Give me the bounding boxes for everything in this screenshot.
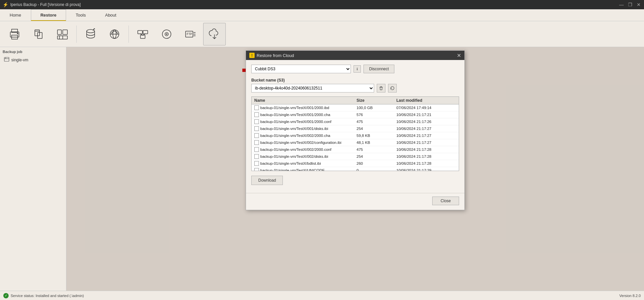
content: ! Restore from Cloud ✕ Cubbit DS3 i Disc… [66, 47, 644, 291]
dialog-body: Cubbit DS3 i Disconnect Bucket name (S3)… [246, 60, 464, 193]
cloud-info-button[interactable]: i [354, 65, 361, 73]
close-button[interactable]: ✕ [636, 2, 641, 7]
svg-point-3 [17, 33, 18, 34]
toolbar-print[interactable] [3, 23, 26, 45]
tab-tools[interactable]: Tools [66, 9, 95, 21]
file-row[interactable]: backup-01/single-vm/TestX/002/2000.conf … [252, 146, 459, 153]
file-row[interactable]: backup-01/single-vm/TestX/001/2000.conf … [252, 118, 459, 125]
actions-row: Download [251, 176, 459, 185]
sidebar: Backup job single-vm [0, 47, 66, 291]
svg-rect-17 [143, 30, 148, 34]
file-checkbox-7[interactable] [254, 154, 259, 159]
file-list-body[interactable]: backup-01/single-vm/TestX/001/2000.ibd 1… [252, 104, 459, 171]
svg-rect-5 [38, 32, 42, 38]
toolbar-backup[interactable] [51, 23, 74, 45]
dialog-close-button[interactable]: ✕ [457, 52, 461, 59]
toolbar-ftp[interactable]: FTP [179, 23, 202, 45]
maximize-button[interactable]: ❐ [627, 2, 633, 7]
titlebar-controls: — ❐ ✕ [619, 2, 641, 7]
file-row[interactable]: backup-01/single-vm/TestX/UNICODE 0 10/0… [252, 167, 459, 171]
bucket-select[interactable]: ib-desktop-4k4o40d-20240606132511 [251, 84, 374, 92]
col-modified: Last modified [396, 98, 456, 103]
status-left: ✓ Service status: Installed and started … [3, 293, 84, 298]
minimize-button[interactable]: — [619, 2, 624, 7]
file-checkbox-3[interactable] [254, 126, 259, 131]
file-row[interactable]: backup-01/single-vm/TestX/002/disks.ibi … [252, 153, 459, 160]
file-list-header: Name Size Last modified [252, 97, 459, 104]
file-row[interactable]: backup-01/single-vm/TestX/002/configurat… [252, 139, 459, 146]
col-name: Name [254, 98, 357, 103]
status-icon: ✓ [3, 293, 9, 298]
toolbar-disk[interactable] [155, 23, 178, 45]
menubar: Home Restore Tools About [0, 9, 644, 21]
svg-rect-4 [35, 30, 40, 36]
modal-overlay: ! Restore from Cloud ✕ Cubbit DS3 i Disc… [66, 47, 644, 291]
toolbar: FTP [0, 21, 644, 47]
toolbar-vmware[interactable] [103, 23, 126, 45]
titlebar-left: ⚡ Iperius Backup - Full [Versione di pro… [3, 2, 81, 7]
file-row[interactable]: backup-01/single-vm/TestX/001/disks.ibi … [252, 125, 459, 132]
close-dialog-button[interactable]: Close [432, 197, 459, 205]
toolbar-restore[interactable] [27, 23, 50, 45]
bucket-row: ib-desktop-4k4o40d-20240606132511 [251, 84, 459, 92]
delete-bucket-button[interactable] [377, 84, 385, 92]
file-checkbox-5[interactable] [254, 140, 259, 145]
file-checkbox-8[interactable] [254, 161, 259, 166]
file-row[interactable]: backup-01/single-vm/TestX/001/2000.ibd 1… [252, 104, 459, 111]
cloud-selector-row: Cubbit DS3 i Disconnect [251, 65, 459, 73]
svg-rect-8 [63, 30, 67, 34]
app-icon: ⚡ [3, 2, 8, 7]
file-checkbox-1[interactable] [254, 112, 259, 117]
cloud-provider-select[interactable]: Cubbit DS3 [251, 65, 351, 73]
tab-home[interactable]: Home [0, 9, 31, 21]
status-text: Service status: Installed and started (.… [11, 294, 84, 298]
file-checkbox-9[interactable] [254, 168, 259, 171]
dialog-title: Restore from Cloud [257, 53, 294, 58]
file-row[interactable]: backup-01/single-vm/TestX/bdlist.ibi 260… [252, 160, 459, 167]
job-icon [4, 57, 9, 63]
file-row[interactable]: backup-01/single-vm/TestX/002/2000.cha 5… [252, 132, 459, 139]
toolbar-network[interactable] [131, 23, 154, 45]
restore-from-cloud-dialog: ! Restore from Cloud ✕ Cubbit DS3 i Disc… [246, 50, 465, 210]
sidebar-item-label: single-vm [11, 58, 28, 62]
disconnect-button[interactable]: Disconnect [363, 65, 394, 73]
sidebar-title: Backup job [3, 50, 63, 54]
dialog-titlebar-left: ! Restore from Cloud [249, 53, 294, 58]
toolbar-cloud-download[interactable] [203, 23, 226, 45]
svg-rect-7 [57, 30, 61, 34]
statusbar: ✓ Service status: Installed and started … [0, 291, 644, 300]
tab-restore[interactable]: Restore [31, 9, 66, 21]
main: Backup job single-vm [0, 47, 644, 291]
titlebar: ⚡ Iperius Backup - Full [Versione di pro… [0, 0, 644, 9]
file-row[interactable]: backup-01/single-vm/TestX/001/2000.cha 5… [252, 111, 459, 118]
dialog-warning-icon: ! [249, 53, 255, 58]
svg-text:FTP: FTP [187, 32, 192, 36]
sidebar-item-single-vm[interactable]: single-vm [3, 56, 63, 64]
refresh-button[interactable] [388, 84, 397, 92]
toolbar-database[interactable] [79, 23, 102, 45]
bucket-label: Bucket name (S3) [251, 78, 459, 83]
dialog-footer: Close [246, 193, 464, 210]
file-checkbox-6[interactable] [254, 147, 259, 152]
file-checkbox-4[interactable] [254, 133, 259, 138]
col-size: Size [357, 98, 396, 103]
version-text: Version 8.2.0 [619, 294, 641, 298]
dialog-titlebar: ! Restore from Cloud ✕ [246, 51, 464, 60]
separator-1 [76, 26, 77, 43]
download-button[interactable]: Download [251, 176, 283, 185]
svg-rect-27 [4, 57, 9, 61]
svg-point-23 [166, 33, 167, 35]
separator-2 [128, 26, 129, 43]
file-checkbox-2[interactable] [254, 119, 259, 124]
svg-rect-16 [138, 30, 142, 34]
svg-rect-9 [57, 36, 67, 39]
svg-rect-31 [380, 87, 382, 90]
svg-rect-18 [140, 35, 145, 38]
tab-about[interactable]: About [95, 9, 126, 21]
file-checkbox-0[interactable] [254, 105, 259, 110]
file-list-container: Name Size Last modified backup-01/single… [251, 96, 459, 171]
titlebar-title: Iperius Backup - Full [Versione di prova… [10, 2, 81, 7]
